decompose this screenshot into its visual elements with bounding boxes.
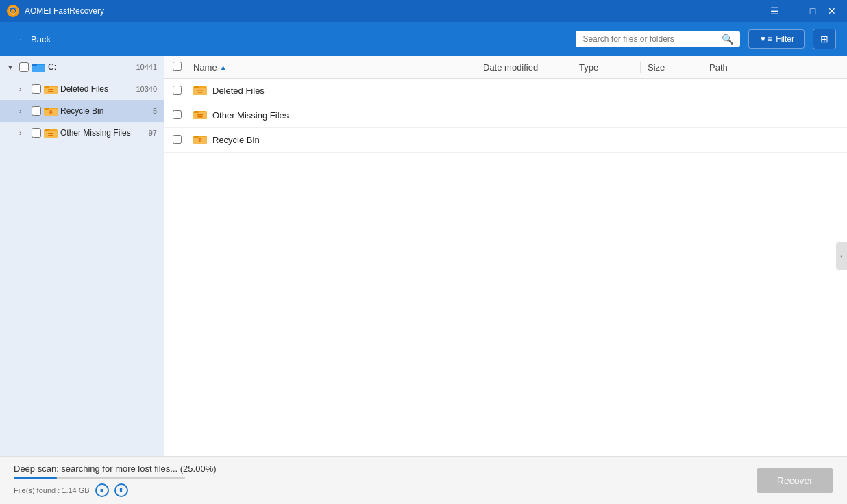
row-name-recycle: ♻ Recycle Bin xyxy=(193,134,476,147)
svg-rect-23 xyxy=(193,112,207,119)
recycle-bin-folder-icon: ♻ xyxy=(44,105,58,116)
close-btn[interactable]: ✕ xyxy=(824,3,840,19)
scan-status-text: Deep scan: searching for more lost files… xyxy=(14,464,746,474)
filter-icon: ▼≡ xyxy=(759,34,772,44)
content-area: Name ▲ Date modified Type Size Path xyxy=(164,56,847,456)
maximize-btn[interactable]: □ xyxy=(805,3,821,19)
filter-button[interactable]: ▼≡ Filter xyxy=(748,29,805,49)
table-row[interactable]: ♻ Recycle Bin xyxy=(164,128,847,153)
row-label-deleted: Deleted Files xyxy=(212,86,265,96)
view-toggle-button[interactable]: ⊞ xyxy=(813,29,836,49)
sidebar-item-other-label: Other Missing Files xyxy=(60,128,146,138)
column-header-type[interactable]: Type xyxy=(572,62,640,73)
row-checkbox-recycle[interactable] xyxy=(173,135,182,144)
svg-rect-13 xyxy=(44,131,58,138)
pause-button[interactable]: ⏸ xyxy=(114,483,128,497)
row-name-deleted: Deleted Files xyxy=(193,84,476,97)
sidebar: ▼ C: 10441 › xyxy=(0,56,164,456)
file-list: Deleted Files xyxy=(164,79,847,456)
select-all-checkbox[interactable] xyxy=(173,62,182,71)
svg-rect-15 xyxy=(48,133,53,134)
app-title: AOMEI FastRecovery xyxy=(25,6,766,16)
svg-rect-4 xyxy=(44,87,58,94)
progress-area: Deep scan: searching for more lost files… xyxy=(14,464,746,497)
sidebar-checkbox-other[interactable] xyxy=(32,128,41,138)
sidebar-item-other-missing[interactable]: › Other Missing Files 97 xyxy=(0,122,164,144)
sidebar-checkbox-recycle[interactable] xyxy=(32,106,41,116)
column-header-size[interactable]: Size xyxy=(640,62,702,73)
expand-arrow-recycle-icon: › xyxy=(19,108,29,115)
svg-rect-1 xyxy=(32,65,45,72)
filter-label: Filter xyxy=(776,34,794,44)
expand-arrow-icon: ▼ xyxy=(7,64,16,71)
sidebar-checkbox-deleted[interactable] xyxy=(32,84,41,94)
recover-button[interactable]: Recover xyxy=(757,468,833,493)
back-arrow-icon: ← xyxy=(18,34,27,45)
window-controls: ☰ — □ ✕ xyxy=(766,3,840,19)
svg-rect-25 xyxy=(197,114,203,116)
progress-sub-info: File(s) found : 1.14 GB ■ ⏸ xyxy=(14,483,746,497)
back-button[interactable]: ← Back xyxy=(11,30,58,49)
table-header: Name ▲ Date modified Type Size Path xyxy=(164,56,847,79)
svg-rect-5 xyxy=(45,86,49,88)
svg-rect-2 xyxy=(32,64,37,66)
sidebar-item-recycle-bin[interactable]: › ♻ Recycle Bin 5 xyxy=(0,100,164,122)
row-checkbox-other[interactable] xyxy=(173,110,182,119)
drive-folder-icon xyxy=(32,62,45,73)
search-input[interactable] xyxy=(582,34,717,44)
content-wrapper: Name ▲ Date modified Type Size Path xyxy=(164,56,847,456)
svg-rect-16 xyxy=(48,135,53,136)
recycle-bin-row-icon: ♻ xyxy=(193,134,207,147)
sidebar-item-c-count: 10441 xyxy=(136,63,157,71)
deleted-files-row-icon xyxy=(193,84,207,97)
deleted-files-folder-icon xyxy=(44,84,58,94)
search-box: 🔍 xyxy=(576,31,740,47)
app-icon xyxy=(7,5,19,17)
other-missing-folder-icon xyxy=(44,127,58,138)
main-content: ▼ C: 10441 › xyxy=(0,56,847,456)
row-label-other: Other Missing Files xyxy=(212,110,289,121)
sidebar-item-c-label: C: xyxy=(48,62,133,72)
column-header-date[interactable]: Date modified xyxy=(476,62,572,73)
sidebar-item-deleted-files[interactable]: › Deleted Files 10340 xyxy=(0,78,164,100)
search-icon: 🔍 xyxy=(722,34,733,45)
sidebar-item-recycle-label: Recycle Bin xyxy=(60,106,150,116)
menu-btn[interactable]: ☰ xyxy=(766,3,783,19)
sidebar-item-drive-c[interactable]: ▼ C: 10441 xyxy=(0,56,164,78)
files-found-label: File(s) found : 1.14 GB xyxy=(14,486,90,494)
column-header-path[interactable]: Path xyxy=(702,62,839,73)
sidebar-checkbox-c[interactable] xyxy=(19,62,29,72)
row-label-recycle: Recycle Bin xyxy=(212,135,260,145)
svg-rect-20 xyxy=(197,90,203,91)
sidebar-item-other-count: 97 xyxy=(149,129,157,137)
title-bar: AOMEI FastRecovery ☰ — □ ✕ xyxy=(0,0,847,22)
row-checkbox-deleted[interactable] xyxy=(173,86,182,94)
grid-icon: ⊞ xyxy=(820,34,828,45)
sort-icon: ▲ xyxy=(220,64,227,71)
row-name-other: Other Missing Files xyxy=(193,109,476,122)
progress-bar-fill xyxy=(14,477,57,479)
sidebar-item-recycle-count: 5 xyxy=(153,107,157,115)
collapse-panel-button[interactable]: ‹ xyxy=(836,242,847,270)
stop-button[interactable]: ■ xyxy=(95,483,109,497)
sidebar-item-deleted-count: 10340 xyxy=(136,85,157,93)
column-header-name[interactable]: Name ▲ xyxy=(193,62,476,73)
svg-text:♻: ♻ xyxy=(198,138,202,142)
other-missing-row-icon xyxy=(193,109,207,122)
minimize-btn[interactable]: — xyxy=(785,3,802,19)
svg-rect-6 xyxy=(48,89,53,90)
svg-rect-26 xyxy=(197,116,203,118)
svg-rect-18 xyxy=(193,88,207,94)
svg-text:♻: ♻ xyxy=(49,110,53,114)
expand-arrow-deleted-icon: › xyxy=(19,86,29,93)
back-label: Back xyxy=(31,34,51,45)
toolbar: ← Back 🔍 ▼≡ Filter ⊞ xyxy=(0,22,847,56)
svg-rect-7 xyxy=(48,91,53,92)
svg-rect-19 xyxy=(194,86,199,88)
table-row[interactable]: Deleted Files xyxy=(164,79,847,103)
sidebar-item-deleted-label: Deleted Files xyxy=(60,84,133,94)
table-row[interactable]: Other Missing Files xyxy=(164,103,847,128)
bottom-bar: Deep scan: searching for more lost files… xyxy=(0,456,847,504)
svg-rect-21 xyxy=(197,92,203,93)
svg-rect-24 xyxy=(194,111,199,113)
